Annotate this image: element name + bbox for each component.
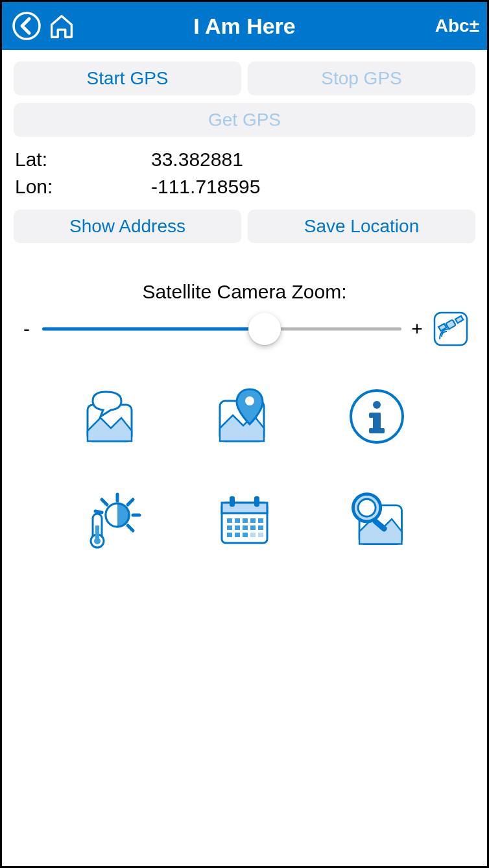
info-icon <box>347 387 407 446</box>
save-location-button[interactable]: Save Location <box>248 210 475 243</box>
lat-label: Lat: <box>15 149 151 171</box>
calendar-icon <box>217 492 272 548</box>
svg-rect-25 <box>95 525 99 540</box>
slider-thumb[interactable] <box>248 313 281 345</box>
chevron-left-circle-icon <box>11 10 42 42</box>
lat-value: 33.382881 <box>151 149 243 171</box>
icon-grid <box>14 384 475 553</box>
map-pin-icon <box>213 385 276 448</box>
svg-rect-33 <box>250 518 256 523</box>
svg-rect-40 <box>227 533 232 537</box>
svg-rect-36 <box>235 525 240 530</box>
zoom-plus[interactable]: + <box>411 318 423 340</box>
map-search-button[interactable] <box>344 488 409 553</box>
svg-point-47 <box>358 499 376 516</box>
abc-toggle[interactable]: Abc± <box>435 16 479 36</box>
map-chat-button[interactable] <box>80 384 145 449</box>
home-icon <box>47 11 77 41</box>
weather-button[interactable] <box>80 488 145 553</box>
satellite-icon <box>433 311 469 347</box>
svg-rect-35 <box>227 525 232 530</box>
lon-value: -111.718595 <box>151 176 261 198</box>
map-chat-icon <box>81 385 143 448</box>
get-gps-button[interactable]: Get GPS <box>14 103 475 137</box>
svg-line-14 <box>128 500 133 505</box>
svg-line-16 <box>128 525 133 531</box>
svg-rect-11 <box>369 413 381 418</box>
svg-rect-41 <box>235 533 240 537</box>
svg-rect-27 <box>222 503 267 513</box>
svg-rect-32 <box>243 518 248 523</box>
start-gps-button[interactable]: Start GPS <box>14 62 241 95</box>
svg-rect-30 <box>227 518 232 523</box>
zoom-label: Satellite Camera Zoom: <box>14 281 475 303</box>
svg-rect-39 <box>258 525 263 530</box>
svg-rect-28 <box>230 496 235 507</box>
svg-point-7 <box>245 396 254 405</box>
app-header: I Am Here Abc± <box>2 2 487 50</box>
zoom-minus[interactable]: - <box>20 318 33 340</box>
svg-line-17 <box>102 500 107 505</box>
svg-rect-44 <box>258 533 263 537</box>
svg-rect-42 <box>243 533 248 537</box>
svg-rect-12 <box>369 428 385 433</box>
svg-point-9 <box>373 401 381 409</box>
stop-gps-button[interactable]: Stop GPS <box>248 62 475 95</box>
slider-fill <box>42 328 265 331</box>
back-button[interactable] <box>10 9 43 43</box>
svg-rect-38 <box>250 525 256 530</box>
svg-line-18 <box>95 511 102 512</box>
svg-point-0 <box>14 13 40 39</box>
satellite-button[interactable] <box>433 311 469 347</box>
svg-rect-29 <box>254 496 259 507</box>
lon-label: Lon: <box>15 176 151 198</box>
lon-row: Lon: -111.718595 <box>14 176 475 198</box>
map-pin-button[interactable] <box>212 384 277 449</box>
zoom-slider[interactable] <box>42 309 401 348</box>
svg-rect-43 <box>250 533 256 537</box>
lat-row: Lat: 33.382881 <box>14 149 475 171</box>
home-button[interactable] <box>45 9 78 43</box>
svg-rect-34 <box>258 518 263 523</box>
main-content: Start GPS Stop GPS Get GPS Lat: 33.38288… <box>2 50 487 564</box>
weather-icon <box>81 489 143 551</box>
show-address-button[interactable]: Show Address <box>14 210 241 243</box>
map-search-icon <box>344 489 409 551</box>
info-button[interactable] <box>344 384 409 449</box>
svg-rect-37 <box>243 525 248 530</box>
calendar-button[interactable] <box>212 488 277 553</box>
svg-rect-31 <box>235 518 240 523</box>
